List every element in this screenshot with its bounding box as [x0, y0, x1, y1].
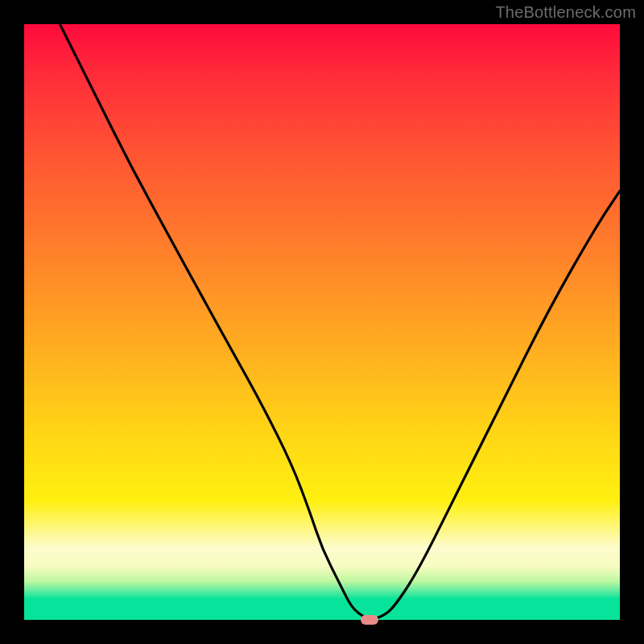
plot-area	[24, 24, 620, 620]
optimal-point-marker	[361, 615, 378, 625]
bottleneck-curve	[24, 24, 620, 620]
watermark-text: TheBottleneck.com	[495, 3, 636, 22]
chart-frame: TheBottleneck.com	[0, 0, 644, 644]
